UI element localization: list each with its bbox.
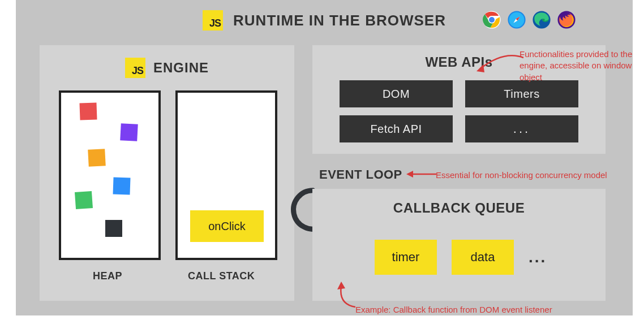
chrome-icon xyxy=(482,10,501,29)
svg-marker-13 xyxy=(337,282,345,289)
callback-queue-row: timer data ... xyxy=(375,240,547,275)
web-apis-grid: DOM Timers Fetch API ... xyxy=(340,80,578,142)
api-item-fetch: Fetch API xyxy=(340,115,453,142)
callback-more: ... xyxy=(529,248,547,266)
svg-point-2 xyxy=(489,17,495,23)
api-item-more: ... xyxy=(465,115,578,142)
heap-object xyxy=(113,177,130,194)
engine-title: ENGINE xyxy=(153,60,209,76)
arrow-icon xyxy=(405,167,439,181)
heap-object xyxy=(88,149,106,167)
diagram-canvas: JS RUNTIME IN THE BROWSER xyxy=(16,0,633,315)
annotation-callback-queue: Example: Callback function from DOM even… xyxy=(355,304,552,315)
stack-frame: onClick xyxy=(190,210,264,242)
api-item-dom: DOM xyxy=(340,80,453,107)
heap-object xyxy=(75,191,93,209)
heap-object xyxy=(105,220,122,237)
call-stack-label: CALL STACK xyxy=(188,270,255,282)
js-logo-icon: JS xyxy=(203,10,223,31)
heap-box xyxy=(59,90,161,260)
callback-queue-title: CALLBACK QUEUE xyxy=(312,200,606,216)
heap-label: HEAP xyxy=(93,270,122,282)
heap-object xyxy=(79,102,97,120)
callback-item-data: data xyxy=(452,240,514,275)
callback-item-timer: timer xyxy=(375,240,437,275)
annotation-webapi: Functionalities provided to the engine, … xyxy=(520,49,644,83)
svg-marker-12 xyxy=(406,171,413,178)
engine-header: JS ENGINE xyxy=(40,58,294,78)
event-loop-label: EVENT LOOP xyxy=(319,167,402,182)
api-item-timers: Timers xyxy=(465,80,578,107)
annotation-eventloop: Essential for non-blocking concurrency m… xyxy=(436,170,607,181)
call-stack-box: onClick xyxy=(175,90,277,260)
svg-marker-10 xyxy=(476,64,484,72)
arrow-icon xyxy=(475,53,526,76)
js-logo-icon: JS xyxy=(125,58,145,78)
safari-icon xyxy=(507,10,526,29)
page-title: RUNTIME IN THE BROWSER xyxy=(233,12,446,29)
edge-icon xyxy=(532,10,551,29)
firefox-icon xyxy=(557,10,576,29)
arrow-icon xyxy=(333,282,372,310)
heap-object xyxy=(120,123,138,141)
browser-icons xyxy=(482,10,576,29)
engine-panel: JS ENGINE onClick HEAP CALL STACK xyxy=(40,45,294,301)
